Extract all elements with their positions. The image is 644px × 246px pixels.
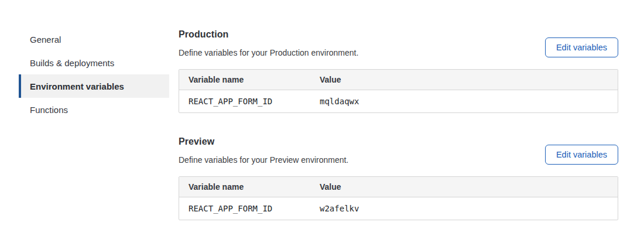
preview-variables-table: Variable name Value REACT_APP_FORM_ID w2… [179,176,618,220]
production-edit-variables-button[interactable]: Edit variables [545,37,618,57]
preview-section-header: Preview Define variables for your Previe… [179,136,618,165]
column-header-value: Value [310,70,618,90]
production-section-header: Production Define variables for your Pro… [179,29,618,57]
production-description: Define variables for your Production env… [179,48,358,57]
table-header-row: Variable name Value [179,70,618,90]
table-row: REACT_APP_FORM_ID w2afelkv [179,197,618,220]
sidebar-item-environment-variables[interactable]: Environment variables [19,74,169,98]
column-header-variable-name: Variable name [179,70,310,90]
production-title: Production [179,29,358,40]
settings-sidebar: General Builds & deployments Environment… [0,0,169,244]
sidebar-item-builds-deployments[interactable]: Builds & deployments [19,51,169,74]
column-header-value: Value [310,177,618,197]
table-header-row: Variable name Value [179,177,618,197]
preview-title: Preview [179,136,348,147]
preview-description: Define variables for your Preview enviro… [179,155,348,165]
production-section: Production Define variables for your Pro… [179,29,618,113]
environment-variables-panel: Production Define variables for your Pro… [179,29,618,244]
settings-page: General Builds & deployments Environment… [0,0,644,244]
preview-edit-variables-button[interactable]: Edit variables [545,145,618,165]
variable-value-cell: mqldaqwx [310,90,618,113]
variable-value-cell: w2afelkv [310,197,618,220]
production-variables-table: Variable name Value REACT_APP_FORM_ID mq… [179,69,618,113]
variable-name-cell: REACT_APP_FORM_ID [179,197,310,220]
production-header-text: Production Define variables for your Pro… [179,29,358,57]
sidebar-item-general[interactable]: General [19,28,169,51]
table-row: REACT_APP_FORM_ID mqldaqwx [179,90,618,113]
sidebar-item-functions[interactable]: Functions [19,98,169,121]
preview-header-text: Preview Define variables for your Previe… [179,136,348,165]
variable-name-cell: REACT_APP_FORM_ID [179,90,310,113]
column-header-variable-name: Variable name [179,177,310,197]
preview-section: Preview Define variables for your Previe… [179,136,618,220]
